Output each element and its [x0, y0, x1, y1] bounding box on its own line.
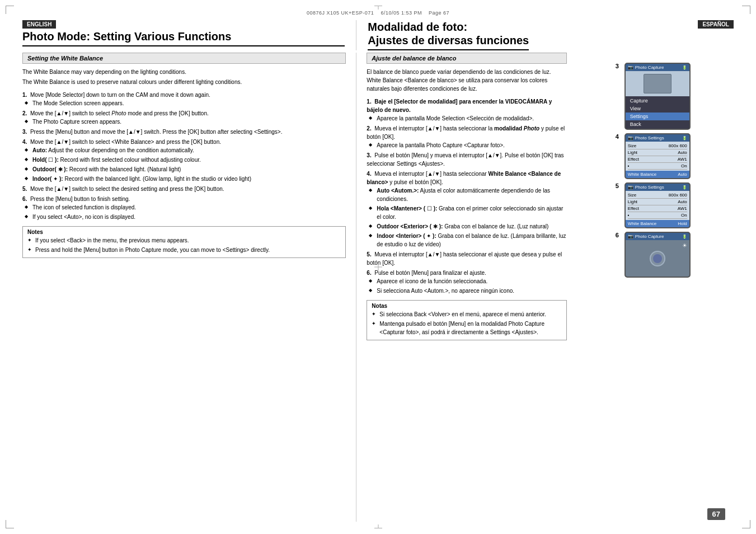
- spanish-lang-badge: ESPAÑOL: [698, 20, 734, 29]
- english-note-2: Press and hold the [Menu] button in Phot…: [27, 246, 341, 254]
- english-step-4-bullet-2: Hold( ☐ ): Record with first selected co…: [22, 156, 346, 164]
- english-intro-2: The White Balance is used to preserve na…: [22, 78, 346, 86]
- cam-screen-6: 📷Photo Capture 🔋 ☀: [624, 232, 691, 278]
- spanish-main-title-line1: Modalidad de foto:: [368, 20, 529, 34]
- image-6-label: 6: [616, 232, 622, 238]
- english-step-4: 4. Move the [▲/▼] switch to select <Whit…: [22, 138, 346, 183]
- cam-screen-3: 📷Photo Capture 🔋 Capture View Settings B…: [624, 63, 691, 130]
- spanish-notes-label: Notas: [372, 303, 561, 309]
- spanish-step-1-bullet-1: Aparece la pantalla Mode Selection <Sele…: [367, 114, 566, 123]
- image-5-label: 5: [616, 182, 622, 189]
- image-3-label: 3: [616, 63, 622, 69]
- english-section-title: Setting the White Balance: [22, 53, 346, 64]
- spanish-step-4-bullet-2: Hola <Mantener> ( ☐ ): Graba con el prim…: [367, 204, 566, 221]
- english-step-6-bullet-1: The icon of selected function is display…: [22, 203, 346, 212]
- spanish-section-title: Ajuste del balance de blanco: [367, 53, 566, 64]
- spanish-step-2-bullet-1: Aparece la pantalla Photo Capture <Captu…: [367, 141, 566, 149]
- english-step-4-bullet-4: Indoor( ✦ ): Record with the balanced li…: [22, 175, 346, 183]
- cam-screen-4: 📷Photo Settings 🔋 Size800x 600 LightAuto…: [624, 133, 691, 179]
- english-step-6-bullet-2: If you select <Auto>, no icon is display…: [22, 213, 346, 221]
- spanish-step-4-bullet-4: Indoor <Interior> ( ✦ ): Graba con el ba…: [367, 232, 566, 249]
- spanish-step-1: 1. Baje el [Selector de modalidad] para …: [367, 97, 566, 123]
- english-notes-label: Notes: [27, 229, 341, 235]
- english-step-2-bullet-1: The Photo Capture screen appears.: [22, 118, 346, 126]
- spanish-note-2: Mantenga pulsado el botón [Menu] en la m…: [372, 320, 561, 336]
- english-step-5: 5. Move the [▲/▼] switch to select the d…: [22, 185, 346, 193]
- spanish-main-title-line2: Ajustes de diversas funciones: [368, 34, 529, 50]
- english-step-4-bullet-3: Outdoor( ✱ ): Record with the balanced l…: [22, 165, 346, 174]
- spanish-step-6-bullet-1: Aparece el icono de la función seleccion…: [367, 277, 566, 285]
- english-step-1-bullet-1: The Mode Selection screen appears.: [22, 99, 346, 107]
- page: 00876J X105 UK+ESP-071 6/10/05 1:53 PM P…: [0, 0, 756, 534]
- image-6-container: 6 📷Photo Capture 🔋 ☀: [616, 232, 691, 278]
- english-intro-1: The White Balance may vary depending on …: [22, 68, 346, 76]
- document-meta: 00876J X105 UK+ESP-071 6/10/05 1:53 PM P…: [22, 10, 734, 16]
- spanish-step-6-bullet-2: Si selecciona Auto <Autom.>, no aparece …: [367, 287, 566, 295]
- image-3-container: 3 📷Photo Capture 🔋 Capture View Setti: [616, 63, 691, 130]
- image-4-container: 4 📷Photo Settings 🔋 Size800x 600 LightAu…: [616, 133, 691, 179]
- english-note-1: If you select <Back> in the menu, the pr…: [27, 236, 341, 245]
- image-5-container: 5 📷Photo Settings 🔋 Size800x 600 LightAu…: [616, 182, 691, 228]
- spanish-notes-box: Notas Si selecciona Back <Volver> en el …: [367, 300, 566, 340]
- english-lang-badge: ENGLISH: [22, 20, 56, 29]
- spanish-steps: 1. Baje el [Selector de modalidad] para …: [367, 97, 566, 295]
- spanish-step-4-bullet-1: Auto <Autom.>: Ajusta el color automátic…: [367, 186, 566, 203]
- spanish-intro: El balance de blanco puede variar depend…: [367, 68, 566, 93]
- spanish-step-5: 5. Mueva el interruptor [▲/▼] hasta sele…: [367, 250, 566, 267]
- spanish-step-3: 3. Pulse el botón [Menu] y mueva el inte…: [367, 151, 566, 168]
- page-number-badge: 67: [707, 508, 725, 520]
- english-notes-box: Notes If you select <Back> in the menu, …: [22, 226, 346, 258]
- cam-screen-5: 📷Photo Settings 🔋 Size800x 600 LightAuto…: [624, 182, 691, 228]
- image-4-label: 4: [616, 133, 622, 140]
- spanish-note-1: Si selecciona Back <Volver> en el menú, …: [372, 310, 561, 318]
- spanish-step-4: 4. Mueva el interruptor [▲/▼] hasta sele…: [367, 170, 566, 249]
- english-steps: 1. Move [Mode Selector] down to turn on …: [22, 91, 346, 221]
- spanish-step-6: 6. Pulse el botón [Menu] para finalizar …: [367, 269, 566, 295]
- english-step-3: 3. Press the [Menu] button and move the …: [22, 128, 346, 136]
- english-step-1: 1. Move [Mode Selector] down to turn on …: [22, 91, 346, 107]
- english-step-6: 6. Press the [Menu] button to finish set…: [22, 195, 346, 221]
- spanish-step-2: 2. Mueva el interruptor [▲/▼] hasta sele…: [367, 124, 566, 149]
- english-step-2: 2. Move the [▲/▼] switch to select Photo…: [22, 109, 346, 126]
- english-step-4-bullet-1: Auto: Adjust the colour depending on the…: [22, 146, 346, 154]
- spanish-step-4-bullet-3: Outdoor <Exterior> ( ✱ ): Graba con el b…: [367, 222, 566, 231]
- english-main-title: Photo Mode: Setting Various Functions: [22, 30, 345, 46]
